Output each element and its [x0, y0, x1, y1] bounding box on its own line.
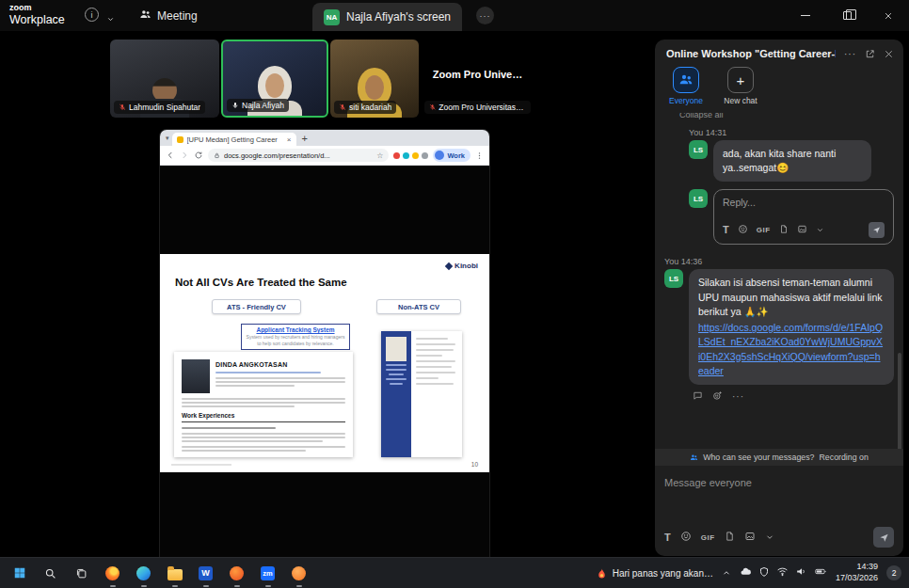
- format-text-icon[interactable]: T: [723, 224, 729, 235]
- clock-time: 14:39: [836, 562, 878, 573]
- close-button[interactable]: [868, 0, 909, 31]
- task-view-button[interactable]: [66, 558, 97, 588]
- file-icon[interactable]: [725, 529, 735, 546]
- text-line: [182, 427, 276, 429]
- screenshot-icon[interactable]: [744, 529, 756, 546]
- restore-button[interactable]: [826, 0, 868, 31]
- volume-icon[interactable]: [795, 564, 807, 581]
- browser-tab[interactable]: [UPU Medan] Getting Career ×: [172, 133, 296, 146]
- text-line: [416, 372, 455, 373]
- back-icon[interactable]: [166, 151, 175, 160]
- reload-icon[interactable]: [194, 151, 203, 160]
- reply-placeholder[interactable]: Reply...: [723, 197, 885, 208]
- extension-icon[interactable]: [403, 152, 409, 159]
- new-chat-button[interactable]: + New chat: [721, 67, 760, 105]
- notification-badge[interactable]: 2: [886, 565, 901, 580]
- tab-more-icon[interactable]: ···: [476, 7, 494, 24]
- chat-close-icon[interactable]: [884, 49, 894, 59]
- ats-cv-example: DINDA ANGKOTASAN Work Experiences: [174, 352, 353, 457]
- taskbar-firefox[interactable]: [97, 558, 128, 588]
- form-link[interactable]: https://docs.google.com/forms/d/e/1FAIpQ…: [698, 321, 885, 378]
- message-bubble[interactable]: ada, akan kita share nanti ya..semagat😊: [713, 140, 871, 182]
- emoji-icon[interactable]: [738, 221, 748, 238]
- chat-scrollbar[interactable]: [898, 353, 901, 449]
- more-options-chevron-icon[interactable]: [816, 221, 824, 238]
- start-button[interactable]: [4, 558, 35, 588]
- extension-icon[interactable]: [393, 152, 400, 159]
- tab-everyone[interactable]: Everyone: [666, 67, 706, 105]
- minimize-button[interactable]: [785, 0, 826, 31]
- chrome-profile-chip[interactable]: Work: [433, 149, 470, 162]
- mic-icon: [231, 102, 239, 109]
- message-input[interactable]: [664, 477, 894, 488]
- wifi-icon[interactable]: [776, 564, 789, 581]
- browser-menu-icon[interactable]: [475, 151, 484, 160]
- video-tile-siti[interactable]: siti kadariah: [330, 40, 419, 118]
- bookmark-star-icon[interactable]: ☆: [376, 151, 383, 160]
- avatar[interactable]: LS: [689, 140, 708, 159]
- screenshot-icon[interactable]: [797, 221, 807, 238]
- taskbar-browser-orange[interactable]: [221, 558, 252, 588]
- video-tile-zoom-pro[interactable]: Zoom Pro Unive… Zoom Pro Universitas Po.…: [421, 40, 534, 118]
- reply-composer: LS Reply... T GIF: [689, 189, 894, 245]
- search-button[interactable]: [35, 558, 66, 588]
- video-tile-lahmudin[interactable]: Lahmudin Sipahutar: [110, 40, 219, 118]
- taskbar-file-explorer[interactable]: [159, 558, 190, 588]
- emoji-icon[interactable]: [680, 529, 692, 546]
- taskbar-app-orange[interactable]: [283, 558, 314, 588]
- add-reaction-icon[interactable]: [712, 390, 723, 403]
- cv-section-header: Work Experiences: [182, 412, 234, 419]
- text-line: [416, 383, 454, 385]
- battery-icon[interactable]: [814, 564, 827, 581]
- chevron-down-icon[interactable]: [106, 10, 115, 27]
- send-plane-icon: [872, 226, 881, 234]
- task-view-icon: [75, 567, 88, 580]
- info-icon[interactable]: i: [85, 8, 99, 22]
- onedrive-cloud-icon[interactable]: [740, 564, 752, 581]
- callout-title: Applicant Tracking System: [246, 326, 345, 333]
- quote-comment-icon[interactable]: [693, 390, 703, 403]
- taskbar-word[interactable]: W: [190, 558, 221, 588]
- chat-more-icon[interactable]: ···: [844, 49, 856, 59]
- tab-close-icon[interactable]: ×: [287, 135, 292, 144]
- text-line: [386, 378, 407, 380]
- avatar[interactable]: LS: [664, 269, 683, 288]
- extension-icon[interactable]: [412, 152, 419, 159]
- taskbar-edge[interactable]: [128, 558, 159, 588]
- pop-out-icon[interactable]: [865, 49, 875, 59]
- format-text-icon[interactable]: T: [664, 532, 671, 543]
- tab-najla-screen[interactable]: NA Najla Afiyah's screen: [312, 3, 462, 31]
- collapse-all-link[interactable]: Collapse all: [679, 113, 894, 119]
- file-icon[interactable]: [779, 221, 789, 238]
- cv-sidebar: [381, 331, 411, 457]
- zoom-workplace-window: zoom Workplace i Meeting NA Najla Afiyah…: [0, 0, 909, 588]
- system-tray: [740, 564, 827, 581]
- reply-box[interactable]: Reply... T GIF: [713, 189, 894, 245]
- extensions-puzzle-icon[interactable]: [422, 152, 428, 159]
- privacy-text: Who can see your messages?: [703, 453, 814, 462]
- chat-privacy-bar[interactable]: Who can see your messages? Recording on: [655, 449, 903, 466]
- silhouette-face: [265, 73, 284, 98]
- new-tab-icon[interactable]: +: [302, 133, 308, 144]
- video-tile-najla[interactable]: Najla Afiyah: [221, 40, 328, 118]
- cv-name: DINDA ANGKOTASAN: [215, 361, 287, 368]
- forward-icon[interactable]: [180, 151, 189, 160]
- chat-message-list[interactable]: Collapse all You 14:31 LS ada, akan kita…: [655, 113, 903, 449]
- gif-icon[interactable]: GIF: [701, 533, 715, 542]
- gif-icon[interactable]: GIF: [757, 226, 771, 234]
- address-bar[interactable]: docs.google.com/presentation/d... ☆: [208, 149, 389, 162]
- taskbar-clock[interactable]: 14:39 17/03/2026: [836, 562, 878, 583]
- mic-muted-icon: [429, 103, 436, 111]
- message-more-icon[interactable]: ···: [732, 391, 744, 402]
- news-widget[interactable]: Hari panas yang akan…: [596, 567, 713, 580]
- reply-send-button[interactable]: [869, 222, 885, 238]
- orange-app-icon: [292, 566, 306, 580]
- security-shield-icon[interactable]: [758, 564, 770, 581]
- tray-expand-chevron-icon[interactable]: [722, 568, 731, 578]
- message-bubble[interactable]: Silakan isi absensi teman-teman alumni U…: [689, 269, 894, 385]
- more-options-chevron-icon[interactable]: [765, 529, 774, 546]
- tab-search-icon[interactable]: ▾: [166, 135, 169, 142]
- taskbar-zoom[interactable]: zm: [252, 558, 283, 588]
- send-button[interactable]: [873, 527, 894, 548]
- tab-meeting[interactable]: Meeting: [139, 0, 198, 31]
